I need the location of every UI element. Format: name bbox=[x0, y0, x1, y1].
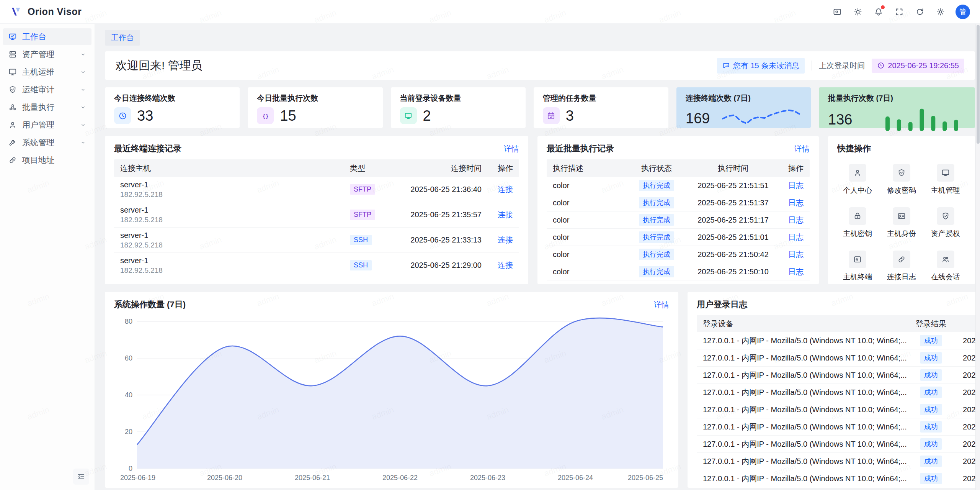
sidebar-item-label: 项目地址 bbox=[22, 155, 54, 166]
clock-icon bbox=[877, 62, 885, 69]
host-icon bbox=[8, 68, 17, 76]
svg-text:20: 20 bbox=[125, 428, 132, 436]
theme-toggle-button[interactable] bbox=[850, 4, 866, 20]
sidebar-item-主机运维[interactable]: 主机运维 bbox=[3, 64, 91, 80]
login-result-tag: 成功 bbox=[920, 387, 942, 398]
theme-icon bbox=[853, 7, 862, 16]
log-link[interactable]: 日志 bbox=[788, 198, 804, 207]
quick-action-主机管理[interactable]: 主机管理 bbox=[923, 164, 967, 195]
column-header: 执行时间 bbox=[687, 163, 779, 174]
recent-executions-table: 执行描述执行状态执行时间操作color执行完成2025-06-25 21:51:… bbox=[537, 159, 819, 280]
notifications-button[interactable] bbox=[871, 4, 887, 20]
fullscreen-button[interactable] bbox=[891, 4, 907, 20]
avatar[interactable]: 管 bbox=[956, 5, 970, 19]
ops-chart: 0204060802025-06-192025-06-202025-06-212… bbox=[105, 315, 678, 486]
divider bbox=[812, 61, 812, 70]
log-link[interactable]: 日志 bbox=[788, 233, 804, 241]
stat-value: 169 bbox=[686, 110, 710, 127]
table-header: 登录设备登录结果登录时间 bbox=[697, 315, 980, 332]
refresh-button[interactable] bbox=[912, 4, 928, 20]
connect-link[interactable]: 连接 bbox=[498, 261, 513, 269]
quick-action-在线会话[interactable]: 在线会话 bbox=[923, 251, 967, 282]
column-header: 连接时间 bbox=[389, 163, 485, 174]
host-cell: server-1182.92.5.218 bbox=[114, 180, 347, 199]
code-button[interactable] bbox=[829, 4, 845, 20]
ops-chart-detail-link[interactable]: 详情 bbox=[654, 300, 669, 310]
status-tag: 执行完成 bbox=[639, 266, 674, 277]
login-device: 127.0.0.1 - 内网IP - Mozilla/5.0 (Windows … bbox=[697, 387, 910, 398]
spark-card-executions: 批量执行次数 (7日)136 bbox=[819, 87, 975, 128]
stat-label: 今日批量执行次数 bbox=[257, 93, 373, 103]
unread-messages-badge[interactable]: 您有 15 条未读消息 bbox=[717, 58, 805, 74]
unread-messages-text: 您有 15 条未读消息 bbox=[733, 61, 799, 71]
log-link[interactable]: 日志 bbox=[788, 181, 804, 190]
sidebar-nav: 工作台资产管理主机运维运维审计批量执行用户管理系统管理项目地址 bbox=[3, 28, 91, 169]
quick-action-主机密钥[interactable]: 主机密钥 bbox=[836, 207, 880, 239]
collapse-sidebar-button[interactable] bbox=[73, 469, 89, 485]
quick-action-修改密码[interactable]: 修改密码 bbox=[880, 164, 924, 195]
quick-action-主机终端[interactable]: 主机终端 bbox=[836, 251, 880, 282]
login-result-tag: 成功 bbox=[920, 456, 942, 467]
login-result-tag: 成功 bbox=[920, 473, 942, 484]
quick-action-个人中心[interactable]: 个人中心 bbox=[836, 164, 880, 195]
quick-action-连接日志[interactable]: 连接日志 bbox=[880, 251, 924, 282]
stat-value: 2 bbox=[423, 108, 431, 124]
sidebar-item-资产管理[interactable]: 资产管理 bbox=[3, 46, 91, 63]
recent-executions-detail-link[interactable]: 详情 bbox=[794, 144, 810, 154]
page-scrollbar[interactable] bbox=[975, 24, 980, 490]
log-link[interactable]: 日志 bbox=[788, 216, 804, 224]
connect-link[interactable]: 连接 bbox=[498, 236, 513, 244]
recent-connections-table: 连接主机类型连接时间操作server-1182.92.5.218SFTP2025… bbox=[105, 159, 528, 278]
stat-label: 批量执行次数 (7日) bbox=[828, 93, 966, 103]
scrollbar-thumb[interactable] bbox=[977, 25, 980, 144]
svg-text:2025-06-22: 2025-06-22 bbox=[382, 474, 418, 482]
notification-dot bbox=[881, 5, 885, 9]
clock-icon bbox=[118, 111, 127, 120]
sidebar-item-系统管理[interactable]: 系统管理 bbox=[3, 134, 91, 151]
connect-link[interactable]: 连接 bbox=[498, 210, 513, 219]
monitor-icon bbox=[941, 169, 950, 177]
execution-time: 2025-06-25 21:51:01 bbox=[687, 233, 779, 242]
column-header: 操作 bbox=[779, 163, 810, 174]
stat-card: 当前登录设备数量2 bbox=[391, 87, 526, 128]
person-icon bbox=[853, 169, 862, 177]
svg-text:2025-06-23: 2025-06-23 bbox=[470, 474, 505, 482]
breadcrumb[interactable]: 工作台 bbox=[105, 30, 140, 46]
topbar: Orion Visor 管 bbox=[0, 0, 980, 24]
stat-icon-square bbox=[114, 107, 131, 124]
link-icon bbox=[897, 255, 906, 264]
spark-card-connections: 连接终端次数 (7日)169 bbox=[676, 87, 811, 128]
quick-action-主机身份[interactable]: 主机身份 bbox=[880, 207, 924, 239]
sidebar-item-用户管理[interactable]: 用户管理 bbox=[3, 116, 91, 133]
host-cell: server-1182.92.5.218 bbox=[114, 206, 347, 224]
recent-connections-detail-link[interactable]: 详情 bbox=[504, 144, 519, 154]
connect-time: 2025-06-25 21:36:40 bbox=[389, 185, 485, 194]
terminal-icon bbox=[853, 255, 862, 264]
type-tag: SFTP bbox=[350, 184, 375, 195]
sidebar-item-批量执行[interactable]: 批量执行 bbox=[3, 99, 91, 116]
main-content: 工作台 欢迎回来! 管理员 您有 15 条未读消息 上次登录时间 2025-06… bbox=[95, 24, 980, 490]
table-row: 127.0.0.1 - 内网IP - Mozilla/5.0 (Windows … bbox=[697, 418, 980, 436]
login-device: 127.0.0.1 - 内网IP - Mozilla/5.0 (Windows … bbox=[697, 474, 910, 484]
login-device: 127.0.0.1 - 内网IP - Mozilla/5.0 (Windows … bbox=[697, 405, 910, 415]
host-ip: 182.92.5.218 bbox=[120, 266, 344, 275]
sidebar-item-运维审计[interactable]: 运维审计 bbox=[3, 81, 91, 98]
svg-text:2025-06-24: 2025-06-24 bbox=[558, 474, 593, 482]
workbench-icon bbox=[8, 33, 17, 41]
table-row: color执行完成2025-06-25 21:51:51日志 bbox=[547, 177, 810, 194]
sidebar-item-工作台[interactable]: 工作台 bbox=[3, 28, 91, 45]
log-link[interactable]: 日志 bbox=[788, 250, 804, 259]
column-header: 执行状态 bbox=[626, 163, 687, 174]
quick-action-资产授权[interactable]: 资产授权 bbox=[923, 207, 967, 239]
execution-description: color bbox=[547, 250, 626, 259]
sidebar-item-label: 批量执行 bbox=[22, 102, 54, 113]
settings-button[interactable] bbox=[933, 4, 949, 20]
login-result-tag: 成功 bbox=[920, 421, 942, 433]
host-name: server-1 bbox=[120, 180, 344, 189]
sidebar-item-项目地址[interactable]: 项目地址 bbox=[3, 152, 91, 169]
log-link[interactable]: 日志 bbox=[788, 267, 804, 276]
stat-card: 今日连接终端次数33 bbox=[105, 87, 240, 128]
connect-link[interactable]: 连接 bbox=[498, 185, 513, 193]
braces-icon: { } bbox=[261, 111, 270, 120]
quick-action-icon-square bbox=[937, 164, 954, 182]
